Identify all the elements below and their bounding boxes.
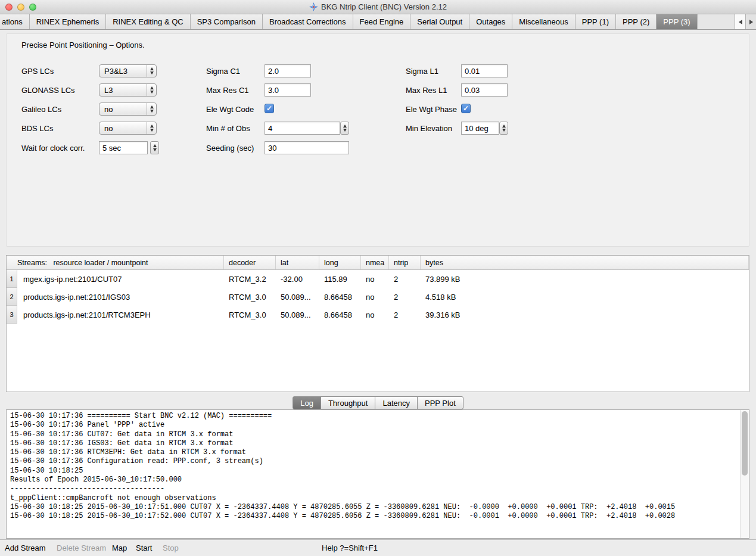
cell-ntrip: 2 [389, 310, 421, 319]
tab-scroll-right-button[interactable] [745, 14, 756, 29]
window-title: BKG Ntrip Client (BNC) Version 2.12 [321, 2, 447, 11]
tab-rinex-ephemeris[interactable]: RINEX Ephemeris [30, 14, 106, 29]
bnc-window: BKG Ntrip Client (BNC) Version 2.12 atio… [0, 0, 756, 556]
bottom-tab-group: Log Throughput Latency PPP Plot [0, 396, 756, 409]
tab-ppp-1[interactable]: PPP (1) [575, 14, 616, 29]
table-row[interactable]: 2 products.igs-ip.net:2101/IGS03 RTCM_3.… [7, 288, 749, 306]
row-number: 1 [7, 270, 17, 288]
cell-lat: 50.089... [276, 310, 319, 319]
ppp3-options-panel: Precise Point Positioning – Options. GPS… [6, 33, 749, 247]
gps-lcs-select[interactable]: P3&L3 [99, 64, 157, 77]
window-controls [5, 4, 36, 11]
row-number: 2 [7, 288, 17, 306]
seeding-input[interactable]: 30 [265, 141, 349, 154]
sigma-c1-input[interactable]: 2.0 [265, 64, 311, 77]
max-res-c1-input[interactable]: 3.0 [265, 83, 311, 97]
column-header-lat: lat [276, 256, 319, 269]
tab-sp3-comparison[interactable]: SP3 Comparison [191, 14, 263, 29]
add-stream-button[interactable]: Add Stream [5, 540, 46, 556]
min-obs-stepper[interactable] [340, 122, 349, 135]
galileo-lcs-select[interactable]: no [99, 102, 157, 116]
tab-ppp-plot[interactable]: PPP Plot [417, 396, 463, 409]
combo-arrows-icon [147, 84, 156, 96]
title-bar: BKG Ntrip Client (BNC) Version 2.12 [0, 0, 756, 14]
tab-rinex-editing-qc[interactable]: RINEX Editing & QC [106, 14, 191, 29]
scrollbar-thumb[interactable] [742, 411, 748, 476]
zoom-window-button[interactable] [29, 4, 36, 11]
ele-wgt-code-checkbox[interactable] [265, 104, 274, 113]
wait-clock-corr-input[interactable]: 5 sec [99, 141, 148, 154]
min-obs-input[interactable]: 4 [265, 122, 340, 135]
bds-lcs-select[interactable]: no [99, 122, 157, 135]
status-bar: Add Stream Delete Stream Map Start Stop … [0, 539, 756, 556]
tab-latency[interactable]: Latency [375, 396, 418, 409]
main-tab-bar: ations RINEX Ephemeris RINEX Editing & Q… [0, 14, 756, 30]
column-header-ntrip: ntrip [389, 256, 421, 269]
tab-log[interactable]: Log [293, 396, 321, 409]
galileo-lcs-label: Galileo LCs [21, 105, 61, 114]
table-row[interactable]: 1 mgex.igs-ip.net:2101/CUT07 RTCM_3.2 -3… [7, 270, 749, 288]
cell-ntrip: 2 [389, 293, 421, 302]
tab-ppp-3[interactable]: PPP (3) [657, 14, 697, 29]
streams-table: Streams: resource loader / mountpoint de… [6, 255, 749, 392]
tab-scroll-left-button[interactable] [735, 14, 745, 29]
minimize-window-button[interactable] [17, 4, 24, 11]
tab-throughput[interactable]: Throughput [321, 396, 376, 409]
combo-arrows-icon [147, 103, 156, 115]
cell-long: 8.66458 [319, 310, 361, 319]
combo-arrows-icon [147, 122, 156, 134]
sigma-l1-label: Sigma L1 [406, 67, 438, 76]
min-elevation-label: Min Elevation [406, 124, 452, 133]
seeding-label: Seeding (sec) [206, 144, 254, 153]
tab-feed-engine[interactable]: Feed Engine [353, 14, 411, 29]
tab-ppp-2[interactable]: PPP (2) [616, 14, 657, 29]
help-hint: Help ?=Shift+F1 [322, 540, 378, 556]
column-header-nmea: nmea [361, 256, 389, 269]
app-icon [309, 2, 318, 11]
min-obs-label: Min # of Obs [206, 124, 250, 133]
cell-bytes: 4.518 kB [421, 293, 749, 302]
bds-lcs-label: BDS LCs [21, 124, 53, 133]
cell-long: 115.89 [319, 275, 361, 284]
cell-nmea: no [361, 310, 389, 319]
chevron-left-icon [739, 20, 742, 24]
streams-table-header: Streams: resource loader / mountpoint de… [7, 256, 749, 270]
glonass-lcs-select[interactable]: L3 [99, 83, 157, 97]
tab-serial-output[interactable]: Serial Output [410, 14, 469, 29]
log-scrollbar[interactable] [740, 410, 749, 538]
cell-long: 8.66458 [319, 293, 361, 302]
close-window-button[interactable] [5, 4, 13, 11]
ele-wgt-phase-label: Ele Wgt Phase [406, 105, 457, 114]
tab-scroll-buttons [735, 14, 756, 29]
tab-broadcast-corrections[interactable]: Broadcast Corrections [263, 14, 353, 29]
cell-ntrip: 2 [389, 275, 421, 284]
gps-lcs-label: GPS LCs [21, 67, 54, 76]
tab-rinex-observations[interactable]: ations [0, 14, 30, 29]
wait-clock-corr-stepper[interactable] [150, 141, 159, 154]
map-button[interactable]: Map [112, 540, 127, 556]
cell-nmea: no [361, 275, 389, 284]
table-row[interactable]: 3 products.igs-ip.net:2101/RTCM3EPH RTCM… [7, 306, 749, 324]
min-elevation-input[interactable]: 10 deg [461, 122, 499, 135]
min-elevation-stepper[interactable] [499, 122, 508, 135]
wait-clock-corr-label: Wait for clock corr. [21, 144, 85, 153]
log-view[interactable]: 15-06-30 10:17:36 ========== Start BNC v… [6, 409, 749, 539]
cell-decoder: RTCM_3.0 [224, 310, 276, 319]
cell-bytes: 73.899 kB [421, 275, 749, 284]
sigma-l1-input[interactable]: 0.01 [461, 64, 508, 77]
cell-decoder: RTCM_3.2 [224, 275, 276, 284]
start-button[interactable]: Start [136, 540, 152, 556]
cell-mountpoint: products.igs-ip.net:2101/RTCM3EPH [17, 310, 224, 319]
tab-miscellaneous[interactable]: Miscellaneous [512, 14, 575, 29]
stop-button: Stop [163, 540, 179, 556]
ele-wgt-phase-checkbox[interactable] [461, 104, 471, 113]
log-text: 15-06-30 10:17:36 ========== Start BNC v… [7, 410, 736, 521]
cell-bytes: 39.316 kB [421, 310, 749, 319]
tab-outages[interactable]: Outages [469, 14, 512, 29]
cell-lat: -32.00 [276, 275, 319, 284]
ele-wgt-code-label: Ele Wgt Code [206, 105, 254, 114]
max-res-l1-input[interactable]: 0.03 [461, 83, 508, 97]
window-title-wrap: BKG Ntrip Client (BNC) Version 2.12 [309, 2, 447, 11]
max-res-c1-label: Max Res C1 [206, 86, 249, 95]
sigma-c1-label: Sigma C1 [206, 67, 240, 76]
